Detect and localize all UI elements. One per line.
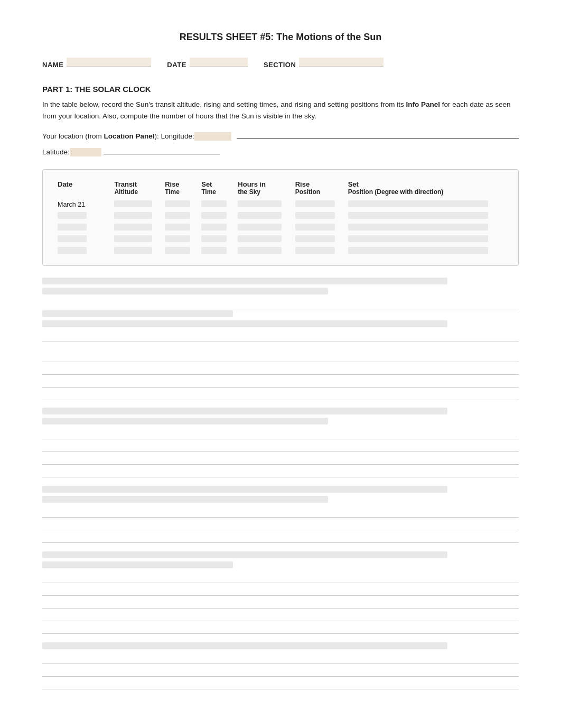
part1-title: PART 1: THE SOLAR CLOCK [42,85,519,94]
answer-line-2d[interactable] [42,389,519,400]
col-header-date-sub [58,188,106,196]
question-text-5a [42,642,447,649]
cell-transit [110,245,161,257]
question-block-2 [42,408,519,477]
answer-line-5e[interactable] [42,622,519,634]
answer-line-4a[interactable] [42,506,519,518]
cell-rise-time [161,210,197,222]
name-field[interactable] [67,58,151,67]
date-field[interactable] [190,58,248,67]
col-header-set: Set Time [197,178,233,199]
cell-rise-pos [291,234,344,245]
answer-line-2c[interactable] [42,376,519,388]
cell-set-time [197,210,233,222]
col-header-rise-main: Rise [165,180,193,188]
table-row [53,245,508,257]
longitude-value-blurred [194,132,231,141]
cell-date [53,210,110,222]
answer-line-4c[interactable] [42,531,519,543]
question-text-2a [42,408,447,414]
question-text-1c [42,310,233,317]
col-header-set-pos: Set Position (Degree with direction) [344,178,508,199]
cell-rise-time [161,222,197,234]
col-header-set-pos-sub: Position (Degree with direction) [348,188,503,196]
cell-rise-pos [291,210,344,222]
cell-date [53,234,110,245]
answer-line-2a[interactable] [42,351,519,362]
latitude-field[interactable] [104,145,220,154]
question-text-4a [42,551,447,558]
cell-rise-pos [291,245,344,257]
table-row [53,210,508,222]
answer-line-3a[interactable] [42,428,519,439]
col-header-date: Date [53,178,110,199]
latitude-line: Latitude: [42,145,519,156]
date-label: DATE [167,61,186,69]
name-label: NAME [42,61,63,69]
cell-set-pos [344,222,508,234]
answer-line-1b[interactable] [42,330,519,342]
answer-line-5d[interactable] [42,610,519,621]
col-header-transit-sub: Altitude [114,188,156,196]
location-line: Your location (from Location Panel): Lon… [42,129,519,141]
solar-data-table: Date Transit Altitude Rise Time Set Time… [53,178,508,257]
cell-transit [110,234,161,245]
cell-rise-time [161,234,197,245]
cell-set-time [197,234,233,245]
info-panel-bold: Info Panel [406,100,440,108]
questions-section [42,278,519,689]
answer-line-4b[interactable] [42,519,519,530]
cell-hours [233,234,291,245]
table-row: March 21 [53,199,508,210]
cell-rise-time [161,199,197,210]
name-date-row: NAME DATE SECTION [42,58,519,69]
table-row [53,222,508,234]
question-text-3a [42,486,447,493]
answer-line-6b[interactable] [42,665,519,677]
answer-line-5a[interactable] [42,572,519,583]
cell-rise-time [161,245,197,257]
question-block-1 [42,278,519,342]
col-header-rise-pos: Rise Position [291,178,344,199]
col-header-rise-sub: Time [165,188,193,196]
answer-line-1a[interactable] [42,298,519,309]
question-text-2b [42,418,328,425]
question-text-1a [42,278,447,284]
cell-transit [110,199,161,210]
section-field[interactable] [299,58,384,67]
answer-line-6a[interactable] [42,652,519,664]
cell-set-time [197,245,233,257]
location-panel-bold: Location Panel [104,132,155,140]
answer-lines-group-1 [42,351,519,400]
col-header-hours: Hours in the Sky [233,178,291,199]
location-text: Your location (from Location Panel): Lon… [42,132,194,140]
table-row [53,234,508,245]
cell-set-time [197,222,233,234]
cell-transit [110,222,161,234]
question-text-4b [42,561,233,568]
col-header-rise: Rise Time [161,178,197,199]
answer-line-5b[interactable] [42,584,519,596]
question-block-4 [42,551,519,634]
col-header-transit-main: Transit [114,180,156,188]
page-title: RESULTS SHEET #5: The Motions of the Sun [42,32,519,43]
col-header-set-sub: Time [201,188,229,196]
answer-line-3c[interactable] [42,453,519,465]
answer-line-2b[interactable] [42,363,519,375]
question-text-3b [42,496,328,503]
answer-line-5c[interactable] [42,597,519,609]
cell-set-pos [344,234,508,245]
cell-rise-pos [291,199,344,210]
answer-line-6c[interactable] [42,678,519,689]
cell-date: March 21 [53,199,110,210]
cell-date [53,245,110,257]
col-header-rise-pos-main: Rise [295,180,340,188]
cell-hours [233,245,291,257]
longitude-field[interactable] [237,129,519,139]
answer-line-3b[interactable] [42,440,519,452]
answer-line-3d[interactable] [42,466,519,477]
latitude-label: Latitude: [42,148,70,156]
latitude-value-blurred [70,148,101,156]
cell-date [53,222,110,234]
cell-rise-pos [291,222,344,234]
